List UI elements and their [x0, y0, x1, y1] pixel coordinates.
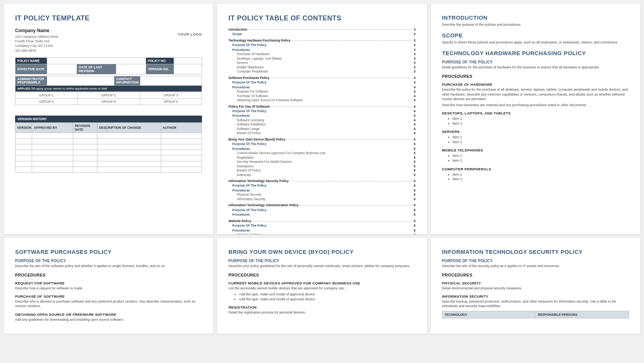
toc-entry: Purpose Of The Policy3 — [232, 43, 415, 47]
label-effective-date: EFFECTIVE DATE — [15, 64, 47, 74]
mobile-heading: MOBILE TELEPHONES — [442, 148, 629, 152]
company-phone: 321-654-9870 — [15, 48, 202, 53]
toc-label: Mobile Telephones — [237, 65, 263, 70]
field-date-last-revision[interactable] — [116, 64, 146, 74]
toc-page: 3 — [414, 48, 416, 52]
list-item: Add the type, make and model of approved… — [239, 292, 415, 297]
software-title: SOFTWARE PURCHASES POLICY — [15, 249, 202, 255]
toc-page: 6 — [414, 208, 416, 212]
toc-label: Indemnity — [237, 173, 251, 177]
logo-placeholder: YOUR LOGO — [178, 32, 202, 37]
version-history-header: VERSION HISTORY — [15, 116, 202, 122]
toc-entry: Breach Of Policy5 — [237, 168, 415, 173]
toc-label: Procedures — [232, 85, 250, 90]
toc-entry: Procedures4 — [232, 114, 415, 118]
toc-entry: Purpose Of The Policy4 — [232, 80, 415, 85]
list-item: Item 1 — [453, 135, 629, 140]
toc-page: 5 — [414, 142, 416, 146]
toc-entry: Software Licensing4 — [237, 118, 415, 122]
procedures-heading: PROCEDURES — [228, 273, 415, 277]
toc-page: 4 — [414, 105, 416, 109]
toc-leader — [248, 29, 413, 30]
procedures-heading: PROCEDURES — [15, 273, 202, 277]
toc-entry: Breach Of Policy4 — [237, 131, 415, 135]
toc-page: 6 — [414, 193, 416, 197]
toc-label: Website Content — [237, 233, 260, 234]
page-1-template: IT POLICY TEMPLATE Company Name 123 Comp… — [4, 4, 213, 234]
purpose-heading: PURPOSE OF THE POLICY — [228, 259, 415, 263]
toc-page: 4 — [414, 114, 416, 118]
toc-leader — [299, 205, 413, 205]
toc-entry: Scope3 — [232, 32, 415, 36]
page-6-security: INFORMATION TECHNOLOGY SECURITY POLICY P… — [431, 238, 640, 334]
toc-page: 6 — [414, 219, 416, 223]
toc-label: Purpose Of The Policy — [232, 109, 267, 113]
toc-leader — [260, 129, 413, 129]
toc-title: IT POLICY TABLE OF CONTENTS — [228, 14, 415, 22]
toc-page: 4 — [414, 131, 416, 135]
toc-container: Introduction3Scope3Technology Hardware P… — [228, 28, 415, 234]
toc-leader — [282, 59, 413, 59]
purpose-text: Describe the aim of the security policy … — [442, 264, 629, 268]
request-text: Describe how a request for software is m… — [15, 286, 202, 290]
toc-page: 5 — [414, 137, 416, 142]
version-history-table: VERSION APPROVED BY REVISION DATE DESCRI… — [15, 122, 202, 173]
toc-entry: Purpose Of The Policy6 — [232, 208, 415, 212]
toc-entry: Purpose Of The Policy4 — [232, 109, 415, 113]
field-admin-responsible[interactable] — [47, 76, 114, 86]
periph-list: Item 1 Item 2 — [453, 172, 629, 182]
toc-leader — [266, 199, 413, 199]
toc-leader — [326, 153, 413, 153]
toc-label: Purchase Of Hardware — [237, 52, 269, 56]
purpose-text: Describe your policy guidelines for the … — [228, 264, 415, 268]
page-3-intro: INTRODUCTION Describe the purpose of the… — [431, 4, 640, 234]
toc-page: 3 — [414, 43, 416, 47]
toc-page: 5 — [414, 164, 416, 168]
toc-page: 3 — [414, 28, 416, 32]
field-policy-no[interactable] — [174, 57, 202, 64]
company-block: Company Name 123 Company Address Drive F… — [15, 28, 202, 53]
phys-text: Detail environmental and physical securi… — [442, 286, 629, 290]
servers-heading: SERVERS — [442, 130, 629, 134]
field-contact-info[interactable] — [140, 76, 202, 86]
toc-label: Website Policy — [228, 219, 251, 223]
field-effective-date[interactable] — [47, 64, 77, 74]
toc-leader — [270, 54, 413, 54]
toc-page: 3 — [414, 39, 416, 43]
field-policy-name[interactable] — [47, 57, 146, 64]
approved-devices-list: Add the type, make and model of approved… — [239, 292, 415, 301]
toc-page: 5 — [414, 151, 416, 155]
group-cell: GROUP 3 — [140, 92, 202, 99]
hardware-heading: TECHNOLOGY HARDWARE PURCHASING POLICY — [442, 50, 629, 56]
toc-label: Information Technology Security Policy — [228, 179, 288, 183]
toc-leader — [251, 215, 413, 215]
toc-entry: Information Technology Administration Po… — [228, 203, 415, 207]
toc-page: 4 — [414, 80, 416, 85]
toc-entry: Technology Hardware Purchasing Policy3 — [228, 39, 415, 43]
purpose-text: Describe the aim of the software policy … — [15, 264, 202, 268]
toc-entry: Purpose Of The Policy6 — [232, 224, 415, 228]
toc-label: Purpose Of The Policy — [232, 80, 267, 85]
toc-label: Current Mobile Devices Approved For Comp… — [237, 151, 325, 155]
responsibility-table: TECHNOLOGY RESPONSIBLE PERSONS — [442, 311, 629, 318]
periph-heading: COMPUTER PERIPHERALS — [442, 167, 629, 171]
field-version-no[interactable] — [174, 64, 202, 74]
reg-heading: REGISTRATION — [228, 305, 415, 309]
toc-entry: Purpose Of The Policy5 — [232, 142, 415, 146]
toc-page: 3 — [414, 65, 416, 70]
scope-heading: SCOPE — [442, 32, 629, 39]
toc-leader — [251, 230, 413, 231]
toc-entry: Procedures3 — [232, 48, 415, 52]
toc-entry: Website Policy6 — [228, 219, 415, 223]
toc-label: Request For Software — [237, 90, 268, 94]
toc-label: Bring Your Own Device (Byod) Policy — [228, 137, 285, 142]
label-policy-no: POLICY NO. — [146, 57, 174, 64]
company-addr3: Company City, NY 11101 — [15, 43, 202, 48]
toc-page: 3 — [414, 70, 416, 74]
list-item: Item 1 — [453, 116, 629, 121]
toc-leader — [262, 195, 413, 195]
toc-label: Procedures — [232, 147, 250, 151]
toc-page: 5 — [414, 160, 416, 164]
toc-entry: Indemnity5 — [237, 173, 415, 177]
toc-label: Security Measures For Mobile Devices — [237, 160, 292, 164]
